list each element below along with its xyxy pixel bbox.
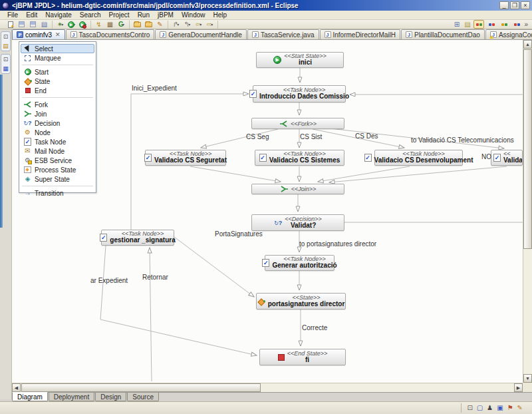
- editor-tab-assignacodicomissioh[interactable]: J AssignaCodiComissioH: [485, 29, 532, 39]
- new-wizard-icon[interactable]: ✦: [6, 21, 15, 29]
- resource-perspective-icon[interactable]: ▤: [463, 21, 471, 29]
- node-task-introduccio-dades-comissio[interactable]: ✓ <<Task Node>>Introduccio Dades Comissi…: [253, 85, 346, 103]
- minimize-window-icon[interactable]: _: [499, 1, 509, 9]
- node-state-portasignatures-director[interactable]: <<State>>portasignatures director: [256, 293, 346, 310]
- palette-fork[interactable]: Fork: [21, 100, 94, 109]
- annotate-icon[interactable]: ✎: [156, 21, 164, 29]
- palette-mail-node[interactable]: ✉ Mail Node: [21, 146, 94, 156]
- palette-join[interactable]: Join: [21, 109, 94, 118]
- palette-start[interactable]: ▶ Start: [21, 67, 94, 77]
- forward-icon[interactable]: ⇨▾: [205, 21, 214, 29]
- edit-mode-icon[interactable]: ✎: [517, 405, 523, 411]
- team-perspective-icon[interactable]: [511, 20, 522, 29]
- palette-transition[interactable]: → Transition: [21, 188, 94, 198]
- vertical-scroll-thumb[interactable]: [523, 49, 532, 249]
- node-join[interactable]: <<Join>>: [251, 184, 344, 194]
- bottom-tab-deployment[interactable]: Deployment: [49, 393, 94, 401]
- menu-edit[interactable]: Edit: [23, 11, 41, 19]
- prev-annotation-icon[interactable]: ↰▾: [183, 21, 192, 29]
- scroll-down-icon[interactable]: ▼: [523, 374, 532, 383]
- back-icon[interactable]: ⇦▾: [194, 21, 203, 29]
- scroll-left-icon[interactable]: ◀: [12, 383, 21, 392]
- sync-icon[interactable]: ⚑: [507, 405, 513, 411]
- transition-label-inici-expedient[interactable]: Inici_Expedient: [132, 85, 177, 92]
- palette-super-state[interactable]: ◈ Super State: [21, 174, 94, 184]
- restore-window-icon[interactable]: ❐: [510, 1, 519, 9]
- node-task-validacio-cs-seguretat[interactable]: ✓ <<Task Node>>Validacio CS Seguretat: [145, 150, 226, 166]
- menu-search[interactable]: Search: [76, 11, 104, 19]
- node-task-validacio-cs-sistemes[interactable]: ✓ <<Task Node>>Validacio CS Sistemes: [255, 150, 344, 166]
- node-fork[interactable]: <<Fork>>: [251, 118, 344, 129]
- open-resource-icon[interactable]: [144, 21, 153, 29]
- ant-build-icon[interactable]: ♟: [487, 405, 493, 411]
- palette-process-state[interactable]: Process State: [21, 165, 94, 174]
- menu-project[interactable]: Project: [106, 11, 133, 19]
- grid-icon[interactable]: ▦: [106, 21, 114, 29]
- open-type-icon[interactable]: [133, 21, 142, 29]
- editor-tab-tascadocumentscontro[interactable]: J TascaDocumentsContro: [66, 29, 155, 39]
- save-icon[interactable]: [17, 21, 26, 29]
- new-process-icon[interactable]: ↯: [94, 21, 103, 29]
- menu-run[interactable]: Run: [134, 11, 153, 19]
- palette-end[interactable]: End: [21, 86, 94, 95]
- editor-tab-cominfv3[interactable]: P cominfv3 ✕: [12, 29, 65, 39]
- menu-jbpm[interactable]: jBPM: [154, 11, 177, 19]
- node-task-validacio-cs-telecomunicacions[interactable]: ✓ <<Validació C: [491, 150, 523, 166]
- editor-tab-plantilladocumentdao[interactable]: J PlantillaDocumentDao: [401, 29, 485, 39]
- console-icon[interactable]: ▣: [497, 405, 503, 411]
- editor-area-icon[interactable]: ▢: [477, 405, 483, 411]
- restore-trim-icon[interactable]: ⊡: [467, 405, 472, 411]
- print-icon[interactable]: ▤: [40, 21, 49, 29]
- restore-view-icon[interactable]: ⊡: [2, 33, 10, 41]
- outline-view-icon[interactable]: ▦: [2, 65, 10, 73]
- transition-label-no[interactable]: NO: [481, 153, 491, 160]
- horizontal-scroll-thumb[interactable]: [21, 383, 261, 392]
- close-window-icon[interactable]: ×: [521, 1, 530, 9]
- jbpm-perspective-icon[interactable]: [473, 20, 484, 29]
- bottom-tab-diagram[interactable]: Diagram: [12, 392, 48, 401]
- palette-state[interactable]: State: [21, 77, 94, 86]
- menu-window[interactable]: Window: [178, 11, 209, 19]
- vertical-scrollbar[interactable]: ▲ ▼: [523, 40, 532, 383]
- run-icon[interactable]: ▶▾: [67, 21, 76, 29]
- node-task-validacio-cs-desenvolupament[interactable]: ✓ <<Task Node>>Validacio CS Desenvolupam…: [374, 150, 463, 166]
- transition-label-to-portasignatures-director[interactable]: to portasignatures director: [299, 240, 376, 248]
- scroll-right-icon[interactable]: ▶: [514, 383, 523, 392]
- java-perspective-icon[interactable]: [486, 20, 497, 29]
- palette-task-node[interactable]: ✓ Task Node: [21, 137, 94, 146]
- editor-tab-generadocumenthandle[interactable]: J GeneraDocumentHandle: [155, 29, 247, 39]
- menu-navigate[interactable]: Navigate: [42, 11, 74, 19]
- palette-decision[interactable]: ↻? Decision: [21, 118, 94, 128]
- node-task-gestionar-signatura[interactable]: ✓ <<Task Node>>gestionar _signatura: [101, 230, 174, 246]
- open-perspective-icon[interactable]: ⊞: [452, 21, 461, 29]
- editor-tab-informedirectormailh[interactable]: J InformeDirectorMailH: [320, 29, 400, 39]
- save-all-icon[interactable]: [29, 21, 37, 29]
- perspective-overflow-icon[interactable]: »: [524, 21, 528, 28]
- horizontal-scrollbar[interactable]: ◀ ▶: [12, 383, 523, 392]
- bottom-tab-source[interactable]: Source: [127, 393, 159, 401]
- transition-label-correcte[interactable]: Correcte: [302, 324, 327, 331]
- debug-icon[interactable]: ✶▾: [56, 21, 65, 29]
- package-explorer-icon[interactable]: ▤: [2, 42, 10, 50]
- palette-node[interactable]: ⚙ Node: [21, 128, 94, 137]
- palette-select[interactable]: Select: [21, 44, 94, 53]
- transition-label-retornar[interactable]: Retornar: [142, 274, 168, 281]
- transition-label-portasignatures[interactable]: PortaSignatures: [215, 230, 263, 238]
- node-decision-validat[interactable]: ↻? <<Decision>>Validat?: [251, 214, 344, 231]
- bottom-tab-design[interactable]: Design: [95, 393, 126, 401]
- node-task-generar-autoritzacio[interactable]: ✓ <<Task Node>>Generar autorització: [265, 255, 334, 271]
- node-end-fi[interactable]: <<End State>>fi: [259, 349, 346, 365]
- palette-marquee[interactable]: Marquee: [21, 53, 94, 63]
- editor-tab-tascaservice[interactable]: J TascaService.java: [247, 29, 319, 39]
- transition-label-ar-expedient[interactable]: ar Expedient: [90, 277, 128, 284]
- restore-view-icon[interactable]: ⊡: [2, 55, 10, 63]
- transition-label-cs-sist[interactable]: CS Sist: [300, 133, 322, 140]
- menu-help[interactable]: Help: [209, 11, 230, 19]
- debug-perspective-icon[interactable]: [499, 20, 509, 29]
- palette-esb-service[interactable]: ⚙ ESB Service: [21, 156, 94, 165]
- close-tab-icon[interactable]: ✕: [55, 31, 61, 38]
- transition-label-cs-des[interactable]: CS Des: [355, 132, 378, 140]
- diagram-canvas[interactable]: Select Marquee ▶ Start State End: [12, 40, 523, 383]
- scroll-up-icon[interactable]: ▲: [523, 40, 532, 49]
- run-external-icon[interactable]: ▶▾: [78, 21, 87, 29]
